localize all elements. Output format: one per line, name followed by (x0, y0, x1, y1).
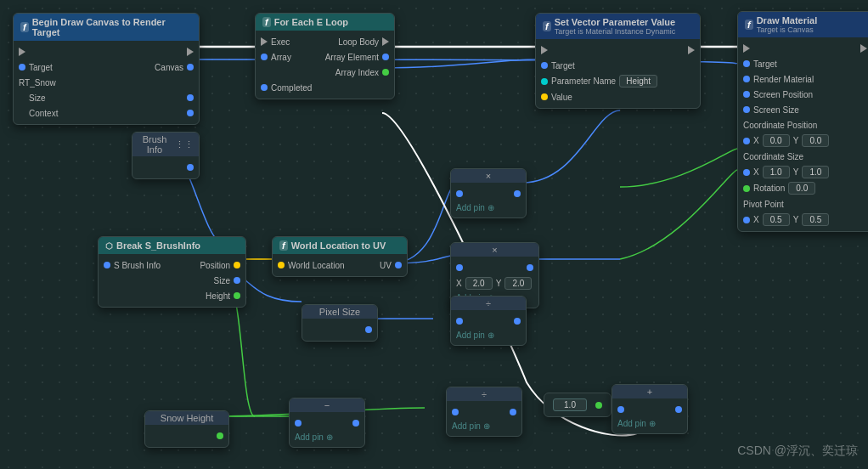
array-in-pin[interactable] (261, 54, 268, 60)
ab-a-pin[interactable] (452, 409, 459, 415)
afr-a-pin[interactable] (617, 406, 624, 413)
canvas-label: Canvas (155, 63, 183, 72)
position-out[interactable] (234, 262, 240, 268)
param-name-input[interactable] (619, 75, 657, 88)
begin-draw-header: f Begin Draw Canvas to Render Target (14, 14, 199, 41)
divide-node-mid: ÷ Add pin ⊕ (450, 296, 527, 346)
add-pin-top[interactable]: Add pin ⊕ (451, 201, 526, 214)
context-pin[interactable] (187, 110, 194, 116)
add-pin-sub[interactable]: Add pin ⊕ (290, 431, 364, 444)
for-each-node: f For Each E Loop Exec Loop Body Array (255, 13, 395, 99)
pin-exec-row (14, 44, 199, 59)
set-vector-body: Target Parameter Name Value (536, 39, 700, 108)
screen-pos-pin[interactable] (743, 91, 750, 98)
afr-out-pin[interactable] (675, 406, 682, 413)
pivot-pin[interactable] (743, 217, 750, 223)
sv-exec-in[interactable] (541, 46, 548, 54)
canvas-pin[interactable] (187, 64, 194, 71)
array-index-pin[interactable] (382, 69, 389, 76)
float-node (544, 393, 612, 417)
add-pin-ab[interactable]: Add pin ⊕ (447, 420, 521, 432)
divide-mid-header: ÷ (451, 297, 526, 310)
float-value[interactable] (553, 398, 587, 411)
coord-y1-input[interactable] (802, 134, 829, 147)
sv-exec-out[interactable] (688, 46, 695, 54)
value-pin[interactable] (541, 93, 548, 100)
array-element-pin[interactable] (382, 54, 389, 60)
draw-material-header: f Draw Material Target is Canvas (738, 12, 868, 37)
coord-x1-input[interactable] (763, 134, 790, 147)
add-pin-div[interactable]: Add pin ⊕ (451, 329, 526, 342)
div-out-pin[interactable] (514, 318, 521, 325)
for-each-title: For Each E Loop (274, 17, 348, 27)
mul-x-input[interactable] (465, 277, 493, 290)
brush-info-out[interactable] (187, 164, 194, 171)
snow-height-out[interactable] (217, 432, 223, 439)
coord-pos-pin[interactable] (743, 138, 750, 144)
brush-info-title: Brush Info (138, 134, 172, 155)
pixel-size-title: Pixel Size (319, 307, 360, 317)
coord-x2-input[interactable] (763, 166, 790, 178)
rotation-pin[interactable] (743, 185, 750, 192)
sv-target-pin[interactable] (541, 62, 548, 69)
world-loc-uv-node: f World Location to UV World Location UV (272, 236, 408, 277)
pixel-size-out[interactable] (365, 326, 372, 333)
set-vector-header: f Set Vector Parameter Value Target is M… (536, 14, 700, 39)
dm-exec-in[interactable] (743, 44, 750, 53)
ab-out-pin[interactable] (510, 409, 516, 415)
texture-target-pin[interactable] (19, 64, 25, 71)
dm-target-pin[interactable] (743, 60, 750, 67)
height-out[interactable] (234, 292, 240, 299)
brush-info-header: Brush Info ⋮⋮ (132, 133, 199, 156)
pivot-x-input[interactable] (763, 213, 790, 226)
snow-height-header: Snow Height (145, 411, 228, 425)
mul-a-pin[interactable] (456, 264, 463, 271)
loop-body-pin[interactable] (382, 37, 389, 46)
coord-size-pin[interactable] (743, 169, 750, 176)
pivot-y-input[interactable] (802, 213, 829, 226)
div-a-pin[interactable] (456, 318, 463, 325)
mul-y-input[interactable] (504, 277, 532, 290)
pixel-size-node: Pixel Size (302, 304, 378, 342)
draw-material-node: f Draw Material Target is Canvas Target (737, 11, 868, 232)
coord-y2-input[interactable] (802, 166, 829, 178)
at-out-pin[interactable] (514, 190, 521, 197)
completed-in-pin[interactable] (261, 84, 268, 91)
add-node-bottom: ÷ Add pin ⊕ (446, 387, 522, 437)
exec-in[interactable] (261, 37, 268, 46)
subtract-header: − (290, 398, 364, 412)
sub-a-pin[interactable] (295, 420, 302, 427)
uv-out[interactable] (395, 262, 402, 268)
float-out[interactable] (595, 402, 602, 409)
exec-out-pin[interactable] (187, 48, 194, 56)
add-node-far-right: + Add pin ⊕ (612, 384, 688, 434)
render-mat-pin[interactable] (743, 76, 750, 82)
at-a-pin[interactable] (456, 190, 463, 197)
screen-size-pin[interactable] (743, 106, 750, 113)
add-node-top: × Add pin ⊕ (450, 168, 527, 218)
brushinfo-in[interactable] (104, 262, 110, 268)
draw-material-title: Draw Material (757, 15, 818, 25)
world-loc-in[interactable] (278, 262, 285, 268)
exec-in-pin[interactable] (19, 48, 25, 56)
for-each-header: f For Each E Loop (256, 14, 394, 31)
canvas-area: f Begin Draw Canvas to Render Target Tar… (0, 0, 868, 469)
world-loc-title: World Location to UV (291, 240, 386, 251)
break-brushinfo-title: Break S_BrushInfo (116, 240, 200, 251)
mul-out-pin[interactable] (527, 264, 533, 271)
texture-target-label: Target (29, 63, 53, 72)
dm-exec-out[interactable] (860, 44, 867, 53)
multiply-header: × (451, 243, 538, 257)
add-pin-fr[interactable]: Add pin ⊕ (612, 417, 687, 430)
size-out-pin[interactable] (187, 94, 194, 101)
rotation-input[interactable] (788, 182, 815, 195)
snow-height-node: Snow Height (144, 410, 229, 448)
sub-out-pin[interactable] (352, 420, 359, 427)
size-out[interactable] (234, 277, 240, 284)
add-bot-header: ÷ (447, 387, 521, 401)
begin-draw-title: Begin Draw Canvas to Render Target (32, 17, 192, 37)
watermark: CSDN @浮沉、奕迁琼 (737, 444, 858, 459)
param-name-pin[interactable] (541, 78, 548, 85)
draw-material-subtitle: Target is Canvas (757, 25, 818, 34)
begin-draw-node: f Begin Draw Canvas to Render Target Tar… (13, 13, 200, 125)
